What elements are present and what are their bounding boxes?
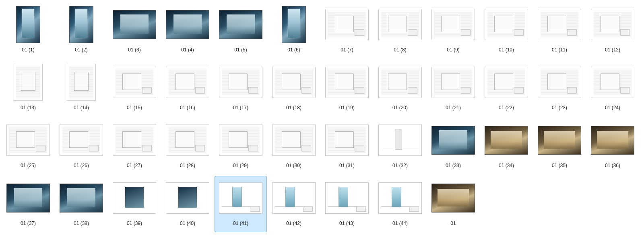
file-item[interactable]: 01 (32) — [374, 118, 426, 174]
file-label: 01 (40) — [180, 221, 195, 226]
file-label: 01 (16) — [180, 105, 195, 110]
thumbnail-image — [325, 182, 369, 214]
thumbnail-image — [431, 67, 475, 98]
file-item[interactable]: 01 (34) — [480, 118, 533, 174]
thumbnail-wrap — [219, 62, 262, 102]
thumbnail-image — [113, 67, 156, 98]
file-item[interactable]: 01 (17) — [215, 60, 267, 116]
file-item[interactable]: 01 (37) — [2, 176, 54, 232]
thumbnail-image — [219, 182, 262, 214]
file-item[interactable]: 01 — [427, 176, 479, 232]
file-item[interactable]: 01 (21) — [427, 60, 479, 116]
file-label: 01 (23) — [552, 105, 567, 110]
file-label: 01 (30) — [286, 163, 301, 168]
file-item[interactable]: 01 (35) — [533, 118, 586, 174]
file-item[interactable]: 01 (24) — [586, 60, 639, 116]
file-item[interactable]: 01 (29) — [215, 118, 267, 174]
thumbnail-image — [166, 67, 209, 98]
thumbnail-grid[interactable]: 01 (1)01 (2)01 (3)01 (4)01 (5)01 (6)01 (… — [0, 0, 644, 235]
file-item[interactable]: 01 (39) — [108, 176, 161, 232]
thumbnail-wrap — [591, 120, 634, 160]
thumbnail-wrap — [378, 120, 422, 160]
thumbnail-wrap — [378, 62, 422, 102]
file-item[interactable]: 01 (6) — [268, 2, 320, 59]
file-item[interactable]: 01 (31) — [321, 118, 373, 174]
file-item[interactable]: 01 (5) — [215, 2, 267, 59]
file-item[interactable]: 01 (42) — [268, 176, 320, 232]
thumbnail-wrap — [69, 4, 93, 45]
file-item[interactable]: 01 (43) — [321, 176, 373, 232]
thumbnail-image — [60, 125, 103, 156]
file-label: 01 (35) — [552, 163, 567, 168]
file-item[interactable]: 01 (4) — [161, 2, 214, 59]
thumbnail-wrap — [166, 120, 209, 160]
file-item[interactable]: 01 (8) — [374, 2, 426, 59]
file-item[interactable]: 01 (41) — [215, 176, 267, 232]
thumbnail-wrap — [16, 4, 40, 45]
file-item[interactable]: 01 (28) — [161, 118, 214, 174]
file-item[interactable]: 01 (14) — [55, 60, 107, 116]
file-item[interactable]: 01 (12) — [586, 2, 639, 59]
file-item[interactable]: 01 (13) — [2, 60, 54, 116]
file-item[interactable]: 01 (36) — [586, 118, 639, 174]
file-item[interactable]: 01 (10) — [480, 2, 533, 59]
thumbnail-image — [378, 9, 422, 40]
thumbnail-wrap — [538, 62, 581, 102]
file-item[interactable]: 01 (16) — [161, 60, 214, 116]
file-item[interactable]: 01 (27) — [108, 118, 161, 174]
file-label: 01 (38) — [74, 221, 89, 226]
thumbnail-wrap — [431, 178, 475, 218]
thumbnail-image — [485, 9, 528, 40]
file-item[interactable]: 01 (1) — [2, 2, 54, 59]
thumbnail-image — [485, 126, 528, 155]
file-item[interactable]: 01 (40) — [161, 176, 214, 232]
file-item[interactable]: 01 (18) — [268, 60, 320, 116]
file-item[interactable]: 01 (15) — [108, 60, 161, 116]
thumbnail-image — [60, 184, 103, 213]
thumbnail-image — [538, 9, 581, 40]
thumbnail-image — [219, 10, 262, 39]
file-label: 01 (1) — [22, 47, 34, 53]
file-label: 01 (11) — [552, 47, 567, 53]
thumbnail-image — [113, 182, 156, 214]
file-item[interactable]: 01 (26) — [55, 118, 107, 174]
file-thumbnail-viewport: 01 (1)01 (2)01 (3)01 (4)01 (5)01 (6)01 (… — [0, 0, 644, 235]
thumbnail-image — [219, 67, 262, 98]
thumbnail-image — [325, 67, 369, 98]
file-item[interactable]: 01 (3) — [108, 2, 161, 59]
file-item[interactable]: 01 (19) — [321, 60, 373, 116]
thumbnail-wrap — [431, 62, 475, 102]
thumbnail-image — [113, 10, 156, 39]
file-item[interactable]: 01 (2) — [55, 2, 107, 59]
thumbnail-image — [166, 125, 209, 156]
file-item[interactable]: 01 (9) — [427, 2, 479, 59]
file-item[interactable]: 01 (33) — [427, 118, 479, 174]
file-label: 01 (37) — [21, 221, 36, 226]
file-item[interactable]: 01 (20) — [374, 60, 426, 116]
file-item[interactable]: 01 (23) — [533, 60, 586, 116]
thumbnail-wrap — [325, 4, 369, 45]
file-item[interactable]: 01 (44) — [374, 176, 426, 232]
thumbnail-wrap — [166, 62, 209, 102]
file-item[interactable]: 01 (11) — [533, 2, 586, 59]
file-label: 01 (34) — [499, 163, 514, 168]
file-item[interactable]: 01 (30) — [268, 118, 320, 174]
thumbnail-wrap — [219, 4, 262, 45]
file-label: 01 (15) — [127, 105, 142, 110]
thumbnail-wrap — [113, 4, 156, 45]
file-item[interactable]: 01 (25) — [2, 118, 54, 174]
file-label: 01 (21) — [446, 105, 461, 110]
thumbnail-wrap — [378, 178, 422, 218]
thumbnail-image — [431, 126, 475, 155]
file-item[interactable]: 01 (38) — [55, 176, 107, 232]
thumbnail-wrap — [113, 62, 156, 102]
file-item[interactable]: 01 (22) — [480, 60, 533, 116]
thumbnail-wrap — [272, 62, 316, 102]
thumbnail-image — [378, 182, 422, 214]
thumbnail-wrap — [538, 120, 581, 160]
thumbnail-image — [67, 64, 96, 101]
thumbnail-image — [113, 125, 156, 156]
file-item[interactable]: 01 (7) — [321, 2, 373, 59]
file-label: 01 (9) — [447, 47, 459, 53]
thumbnail-image — [166, 10, 209, 39]
